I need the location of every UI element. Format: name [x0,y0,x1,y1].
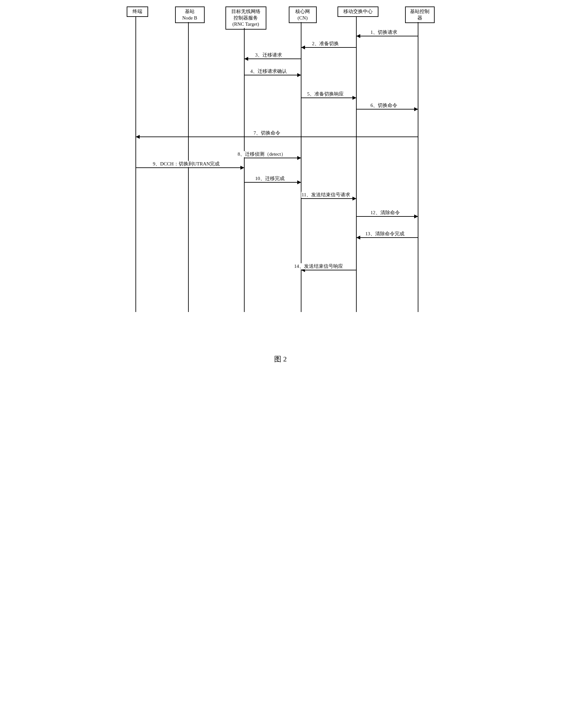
lifeline-line [188,22,189,312]
msg-label: 10、迁移完成 [255,175,285,182]
msg-label: 8、迁移侦测（detect） [237,151,286,157]
msg-label: 9、DCCH：切换到UTRAN完成 [152,161,221,167]
msg-arrow [136,167,244,168]
lifeline-msc: 移动交换中心 [337,7,378,17]
lifeline-nodeb: 基站 Node B [175,7,205,23]
msg-label: 14、发送结束信号响应 [293,263,344,269]
msg-label: 11、发送结束信号请求 [301,192,351,198]
msg-arrow [301,198,356,199]
lifeline-terminal: 终端 [127,7,148,17]
lifeline-line [418,22,418,312]
figure-caption: 图 2 [7,354,554,364]
arrow-head-icon [301,45,305,49]
msg-arrow [245,59,301,59]
msg-arrow [357,216,418,217]
lifeline-label: 目标无线网络 控制器服务 (RNC Target) [231,9,261,27]
lifeline-bsc: 基站控制 器 [405,7,435,23]
lifeline-line [136,16,136,312]
msg-label: 12、清除命令 [370,210,400,216]
msg-arrow [301,270,356,270]
arrow-head-icon [297,156,301,160]
arrow-head-icon [297,73,301,77]
lifeline-label: 移动交换中心 [343,9,372,14]
arrow-head-icon [356,236,360,240]
msg-label: 3、迁移请求 [255,52,283,58]
arrow-head-icon [352,197,356,201]
msg-label: 13、清除命令完成 [365,231,405,237]
msg-arrow [357,109,418,110]
arrow-head-icon [356,34,360,38]
lifeline-label: 核心网 (CN) [295,9,310,20]
msg-label: 4、迁移请求确认 [250,68,288,74]
lifeline-label: 终端 [133,9,142,14]
arrow-head-icon [136,135,140,139]
msg-arrow [301,47,356,48]
arrow-head-icon [414,215,418,218]
lifeline-rnc: 目标无线网络 控制器服务 (RNC Target) [226,7,267,30]
msg-arrow [301,97,356,98]
msg-arrow [245,75,301,75]
msg-arrow [357,36,418,36]
lifeline-label: 基站 Node B [182,9,197,20]
msg-label: 2、准备切换 [311,41,340,47]
msg-arrow [357,237,418,238]
lifeline-line [356,16,357,312]
msg-label: 7、切换命令 [253,130,281,136]
msg-arrow [136,137,418,137]
arrow-head-icon [414,107,418,111]
lifeline-line [244,28,245,312]
arrow-head-icon [352,96,356,100]
lifeline-label: 基站控制 器 [410,9,429,20]
msg-label: 1、切换请求 [370,29,398,35]
msg-label: 6、切换命令 [370,102,398,109]
msg-arrow [245,182,301,183]
sequence-diagram: 终端 基站 Node B 目标无线网络 控制器服务 (RNC Target) 核… [125,7,437,331]
lifeline-cn: 核心网 (CN) [289,7,317,23]
arrow-head-icon [297,180,301,184]
msg-label: 5、准备切换响应 [306,91,345,97]
msg-arrow [245,158,301,158]
arrow-head-icon [241,166,244,170]
arrow-head-icon [244,57,248,61]
